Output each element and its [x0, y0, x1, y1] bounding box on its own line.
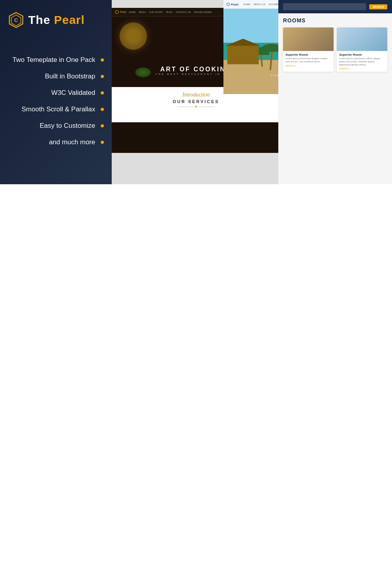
feature-item-6: and much more	[8, 134, 104, 151]
feature-dot-1	[101, 58, 104, 62]
room-info-1: Superior Room Lorem ipsum porta fusce fa…	[283, 51, 334, 69]
hotel-building	[227, 45, 259, 64]
feature-label-2: Built in Bootstrap	[45, 73, 95, 80]
brand-name: The Pearl	[28, 13, 85, 27]
restaurant-nav-logo: Pearl	[115, 10, 126, 14]
room-info-2: Superior Room Lorem ipsum porta fusce cu…	[337, 51, 387, 72]
feature-item-1: Two Temeplate in One Pack	[8, 52, 104, 68]
restaurant-logo-text: Pearl	[120, 11, 126, 13]
svg-text:C: C	[14, 17, 18, 23]
room-card-2: Superior Room Lorem ipsum porta fusce cu…	[337, 27, 387, 72]
rest-nav-order[interactable]: ONLINE ORDER	[194, 11, 212, 13]
feature-item-4: Smooth Scroll & Parallax	[8, 101, 104, 118]
rest-nav-blog[interactable]: BLOG	[166, 11, 172, 13]
hotel-logo-icon	[227, 3, 230, 6]
feature-dot-4	[101, 108, 104, 111]
feature-item-3: W3C Validated	[8, 85, 104, 101]
svg-marker-3	[115, 10, 118, 14]
food-garnish	[135, 67, 151, 77]
restaurant-logo-icon	[115, 10, 119, 14]
rooms-search-header: SEARCH	[278, 0, 392, 13]
left-panel: C The Pearl Two Temeplate in One Pack Bu…	[0, 0, 112, 184]
hotel-nav-logo: Pearl	[227, 3, 239, 6]
rest-nav-menu[interactable]: MENU	[139, 11, 146, 13]
feature-dot-3	[101, 91, 104, 94]
feature-label-1: Two Temeplate in One Pack	[13, 56, 95, 64]
feature-dot-5	[101, 124, 104, 127]
restaurant-nav-links: HOME MENU OUR STORY BLOG CONTACT US ONLI…	[129, 11, 212, 13]
feature-dot-2	[101, 75, 104, 78]
svg-marker-4	[227, 3, 229, 5]
rooms-section-title: ROOMS	[278, 13, 392, 25]
room-desc-2: Lorem ipsum porta fusce culture aliquet …	[339, 57, 385, 66]
room-image-1	[283, 27, 334, 51]
divider-line-left	[178, 107, 193, 107]
left-content: C The Pearl Two Temeplate in One Pack Bu…	[0, 0, 112, 162]
food-plate	[120, 22, 147, 50]
divider-dot	[195, 106, 197, 107]
brand-logo-icon: C	[8, 12, 24, 28]
intro-heading-text: OUR SERVICES	[116, 99, 276, 104]
right-panel: Pearl HOME MENU OUR STORY BLOG CONTACT U…	[112, 0, 392, 184]
feature-item-2: Built in Bootstrap	[8, 68, 104, 85]
hotel-nav-about[interactable]: ABOUT US	[254, 3, 266, 5]
feature-item-5: Easy to Customize	[8, 118, 104, 134]
room-card-1: Superior Room Lorem ipsum porta fusce fa…	[283, 27, 334, 72]
rooms-panel: SEARCH ROOMS Superior Room Lorem ipsum p…	[278, 0, 392, 184]
feature-label-3: W3C Validated	[51, 89, 95, 97]
room-link-1[interactable]: VIEW IN +	[285, 65, 331, 67]
intro-divider	[116, 106, 276, 107]
rest-nav-home[interactable]: HOME	[129, 11, 136, 13]
room-desc-1: Lorem ipsum porta fusce faugiat congue q…	[285, 57, 331, 64]
logo-row: C The Pearl	[8, 12, 104, 28]
room-name-1: Superior Room	[285, 53, 331, 56]
room-image-2	[337, 27, 387, 51]
feature-label-6: and much more	[49, 138, 95, 146]
rest-nav-story[interactable]: OUR STORY	[149, 11, 163, 13]
divider-line-right	[199, 107, 214, 107]
room-name-2: Superior Room	[339, 53, 385, 56]
room-link-2[interactable]: VIEW IN +	[339, 67, 385, 70]
hotel-logo-text: Pearl	[231, 3, 239, 6]
feature-list: Two Temeplate in One Pack Built in Boots…	[8, 52, 104, 151]
feature-dot-6	[101, 141, 104, 144]
feature-label-4: Smooth Scroll & Parallax	[22, 105, 95, 113]
white-space	[0, 184, 392, 588]
rooms-grid: Superior Room Lorem ipsum porta fusce fa…	[278, 25, 392, 74]
brand-name-highlight: Pearl	[54, 13, 85, 26]
rooms-search-button[interactable]: SEARCH	[369, 4, 387, 9]
hotel-nav-home[interactable]: HOME	[243, 3, 250, 5]
feature-label-5: Easy to Customize	[40, 122, 95, 130]
rooms-search-bar[interactable]	[283, 3, 366, 10]
hotel-palm-1	[261, 51, 262, 67]
rest-nav-contact[interactable]: CONTACT US	[176, 11, 191, 13]
